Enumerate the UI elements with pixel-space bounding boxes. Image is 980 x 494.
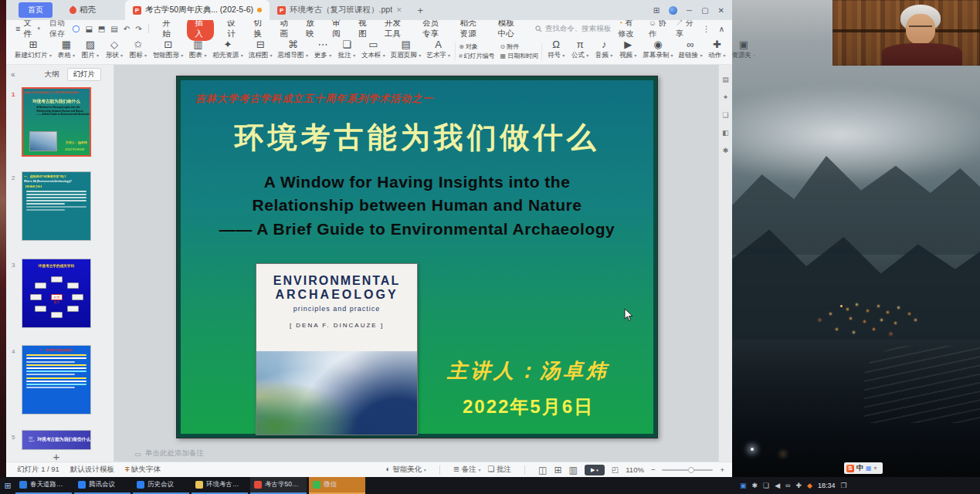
more-menu-icon[interactable]: ⋮ bbox=[703, 25, 710, 33]
sogou-logo-icon[interactable]: S bbox=[846, 465, 854, 472]
close-button[interactable]: ✕ bbox=[718, 6, 724, 15]
taskbar-item[interactable]: 腾讯会议 bbox=[74, 477, 131, 494]
ribbon-button[interactable]: ♪ 音频 ▾ bbox=[594, 39, 614, 60]
beautify-button[interactable]: ◐ 智能美化 ▾ bbox=[385, 465, 426, 475]
notes-button[interactable]: ≣ 备注 ▾ bbox=[453, 465, 481, 475]
effects-icon[interactable]: ✱ bbox=[723, 147, 729, 154]
fit-window-icon[interactable]: ◰ bbox=[612, 465, 619, 474]
ribbon-button[interactable]: ▤ 页眉页脚 ▾ bbox=[390, 39, 422, 60]
ribbon-button[interactable]: ▥ 图表 ▾ bbox=[188, 39, 208, 60]
tray-ime-icon[interactable]: ◆ bbox=[807, 482, 812, 489]
ribbon-button[interactable]: ⋯ 更多 ▾ bbox=[313, 39, 333, 60]
maximize-button[interactable]: ▢ bbox=[701, 6, 708, 15]
properties-icon[interactable]: ❏ bbox=[722, 111, 728, 119]
collaborate-button[interactable]: ☺ 协作 bbox=[649, 18, 667, 39]
ribbon-button[interactable]: ▣ 资源夹 ▾ bbox=[731, 39, 756, 60]
tab-slides[interactable]: 幻灯片 bbox=[67, 68, 102, 81]
zoom-slider-knob[interactable] bbox=[688, 467, 694, 473]
normal-view-icon[interactable]: ◫ bbox=[538, 465, 547, 475]
close-tab-icon[interactable]: ✕ bbox=[396, 6, 402, 14]
ribbon-button[interactable]: ▦ 表格 ▾ bbox=[56, 39, 76, 60]
ribbon-small-button[interactable]: ⊕ 对象 bbox=[459, 42, 494, 51]
collapse-panel-icon[interactable]: « bbox=[11, 70, 15, 79]
undo-icon[interactable]: ↶ bbox=[124, 25, 130, 33]
notes-hint-bar[interactable]: ▭ 单击此处添加备注 bbox=[114, 445, 718, 462]
tray-chat-icon[interactable]: ❏ bbox=[763, 482, 769, 489]
beautify-icon[interactable]: ✦ bbox=[723, 93, 729, 101]
ribbon-button[interactable]: ∞ 超链接 ▾ bbox=[678, 39, 704, 60]
command-search[interactable]: 查找命令、搜索模板 bbox=[535, 24, 619, 34]
taskbar-item[interactable]: 历史会议 bbox=[133, 477, 189, 494]
pane-toggle-icon[interactable]: ▤ bbox=[722, 76, 729, 83]
ribbon-button[interactable]: ✩ 图标 ▾ bbox=[128, 39, 148, 60]
document-tab[interactable]: P 考古学50周年庆典... (202-5-6) ✕ bbox=[125, 0, 270, 20]
ribbon-button[interactable]: A 艺术字 ▾ bbox=[426, 39, 451, 60]
file-menu[interactable]: ≡ 文件 ▾ bbox=[15, 18, 40, 39]
tray-app-icon[interactable]: ▣ bbox=[740, 482, 747, 489]
ribbon-button[interactable]: ◉ 屏幕录制 ▾ bbox=[642, 39, 673, 60]
minimize-button[interactable]: ─ bbox=[687, 6, 692, 15]
home-button[interactable]: 首页 bbox=[19, 2, 53, 18]
daoke-tab[interactable]: 稻壳 bbox=[70, 5, 96, 15]
slideshow-play-button[interactable]: ▶▾ bbox=[585, 465, 605, 475]
taskbar-item[interactable]: 环境考古课件 bbox=[192, 477, 248, 494]
ime-mode-label[interactable]: 中 bbox=[856, 463, 863, 473]
document-tab[interactable]: P 环境考古（复习班课程）.ppt ✕ bbox=[270, 0, 410, 20]
layout-skin-icon[interactable]: ⊞ bbox=[653, 6, 660, 15]
ribbon-small-button[interactable]: # 幻灯片编号 bbox=[459, 52, 494, 60]
tray-link-icon[interactable]: ∞ bbox=[785, 482, 790, 489]
print-icon[interactable]: ▤ bbox=[110, 25, 117, 33]
ime-settings-icon[interactable]: ▾ bbox=[874, 465, 877, 472]
layout-icon[interactable]: ◧ bbox=[722, 129, 729, 137]
ribbon-button[interactable]: ⊞ 新建幻灯片 ▾ bbox=[14, 39, 53, 60]
user-avatar[interactable] bbox=[669, 6, 677, 15]
ribbon-button[interactable]: ▭ 文本框 ▾ bbox=[361, 39, 386, 60]
ribbon-button[interactable]: ▨ 图片 ▾ bbox=[80, 39, 100, 60]
ribbon-button[interactable]: ⊟ 流程图 ▾ bbox=[248, 39, 273, 60]
design-template-label[interactable]: 默认设计模板 bbox=[70, 465, 114, 475]
export-icon[interactable]: ⬒ bbox=[98, 25, 105, 33]
zoom-slider[interactable] bbox=[662, 469, 713, 471]
add-slide-button[interactable]: + bbox=[22, 450, 91, 463]
ribbon-button[interactable]: ✚ 动作 ▾ bbox=[707, 39, 727, 60]
slide-thumbnail-3[interactable]: 环境考古学的相关学科 环境考古 bbox=[22, 259, 91, 328]
ribbon-button[interactable]: Ω 符号 ▾ bbox=[546, 39, 566, 60]
ribbon-small-button[interactable]: ▦ 日期和时间 bbox=[500, 52, 539, 60]
zoom-level[interactable]: 110% bbox=[626, 465, 644, 474]
slide-thumbnail-4[interactable]: 二、环境考古学发展简况 bbox=[22, 345, 91, 414]
ribbon-button[interactable]: ▶ 视频 ▾ bbox=[618, 39, 638, 60]
slide-thumbnail-2[interactable]: 一、你听说过“环境考古学”吗？ What is EA (Environmenta… bbox=[22, 171, 91, 241]
start-button[interactable]: ⊞ bbox=[0, 481, 15, 491]
ime-keyboard-icon[interactable]: ▦ bbox=[866, 465, 872, 472]
clock[interactable]: 18:34 bbox=[818, 482, 836, 489]
new-tab-button[interactable]: + bbox=[418, 5, 424, 16]
ribbon-button[interactable]: ⌘ 思维导图 ▾ bbox=[277, 39, 309, 60]
taskbar-item[interactable]: 微信 bbox=[309, 477, 365, 494]
save-icon[interactable]: ⬓ bbox=[85, 25, 92, 33]
missing-font-button[interactable]: T 缺失字体 bbox=[125, 465, 161, 475]
taskbar-item[interactable]: 考古学50周年庆典“多... bbox=[250, 477, 307, 494]
zoom-out-button[interactable]: − bbox=[651, 465, 656, 474]
comments-button[interactable]: ❏ 批注 bbox=[487, 465, 511, 475]
ribbon-button[interactable]: ⊡ 智能图形 ▾ bbox=[152, 39, 184, 60]
reading-view-icon[interactable]: ▥ bbox=[568, 465, 577, 475]
tray-speaker-icon[interactable]: ◀ bbox=[775, 482, 780, 489]
slide-sorter-icon[interactable]: ⊞ bbox=[554, 465, 561, 475]
current-slide[interactable]: 吉林大学考古学科成立五十周年系列学术活动之一 环境考古能为我们做什么 A Win… bbox=[176, 76, 658, 438]
tray-mic-icon[interactable]: ✱ bbox=[752, 482, 758, 489]
tray-pin-icon[interactable]: ✚ bbox=[795, 482, 802, 489]
zoom-in-button[interactable]: + bbox=[720, 465, 724, 474]
redo-icon[interactable]: ↷ bbox=[135, 25, 141, 33]
share-button[interactable]: ↗ 分享 bbox=[676, 18, 694, 39]
ribbon-button[interactable]: ❏ 批注 ▾ bbox=[337, 39, 357, 60]
taskbar-item[interactable]: 春天道路图片_360搜... bbox=[15, 477, 72, 494]
collapse-ribbon-icon[interactable]: ∧ bbox=[719, 25, 724, 33]
ribbon-button[interactable]: ◇ 形状 ▾ bbox=[104, 39, 124, 60]
ribbon-button[interactable]: ✦ 稻壳资源 ▾ bbox=[212, 39, 243, 60]
action-center-icon[interactable]: ❐ bbox=[840, 482, 846, 489]
ribbon-button[interactable]: π 公式 ▾ bbox=[570, 39, 590, 60]
ime-toolbar[interactable]: S 中 ▦ ▾ bbox=[844, 462, 883, 474]
ribbon-small-button[interactable]: ⊙ 附件 bbox=[500, 42, 539, 51]
slide-thumbnail-1[interactable]: 吉林大学考古学科成立五十周年系列学术活动之一 环境考古能为我们做什么 A Win… bbox=[22, 87, 91, 157]
autosave-toggle[interactable] bbox=[73, 25, 80, 32]
